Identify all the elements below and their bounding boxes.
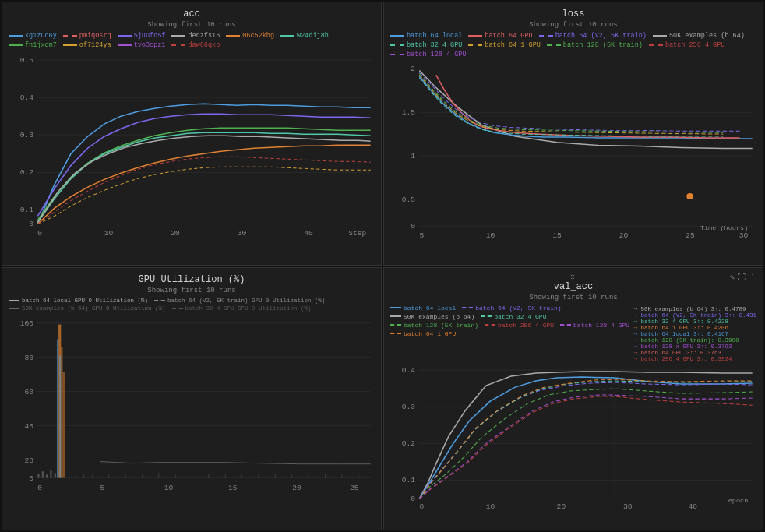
svg-rect-65: [83, 474, 84, 477]
svg-text:10: 10: [486, 502, 495, 510]
loss-legend-0: batch 64 local: [390, 32, 462, 40]
panel-icons: ✎ ⛶ ⋮: [730, 273, 756, 282]
svg-text:0.4: 0.4: [20, 93, 34, 102]
svg-text:100: 100: [20, 319, 34, 327]
svg-rect-69: [142, 475, 143, 477]
legend-item-9: daw66qkp: [171, 41, 220, 49]
svg-point-35: [686, 193, 693, 199]
svg-text:2: 2: [411, 65, 415, 73]
gpu-subtitle: Showing first 10 runs: [9, 287, 375, 294]
svg-text:10: 10: [164, 484, 174, 492]
svg-text:5: 5: [419, 231, 424, 239]
loss-legend-8: batch 128 4 GPU: [390, 51, 467, 58]
loss-legend-5: batch 64 1 GPU: [468, 41, 540, 49]
fullscreen-icon[interactable]: ⛶: [738, 273, 746, 282]
svg-text:0.3: 0.3: [20, 131, 33, 139]
svg-text:15: 15: [552, 231, 562, 239]
gpu-legend-2: 50K examples (b 64) GPU 0 Utilization (%…: [9, 305, 166, 312]
svg-text:10: 10: [486, 231, 495, 239]
val-legend-1: batch 64 (V2, 5K train): [462, 305, 561, 312]
acc-title: acc: [9, 9, 375, 19]
val-acc-subtitle: Showing first 10 runs: [390, 294, 756, 301]
legend-item-7: of7124ya: [63, 41, 111, 49]
more-icon[interactable]: ⋮: [749, 273, 756, 282]
svg-text:20: 20: [25, 456, 34, 464]
svg-text:Time (hours): Time (hours): [700, 224, 748, 231]
gpu-legend-3: batch 32 4 GPU GPU 0 Utilization (%): [172, 305, 312, 312]
loss-legend-4: batch 32 4 GPU: [390, 41, 462, 49]
svg-text:0.1: 0.1: [402, 476, 416, 484]
svg-text:0.5: 0.5: [402, 196, 415, 203]
svg-rect-56: [62, 372, 65, 477]
svg-text:30: 30: [623, 502, 633, 510]
gpu-chart: 100 80 60 40 20 0 0 5 10 15 20 25: [9, 315, 375, 495]
svg-text:0.1: 0.1: [20, 206, 34, 215]
pencil-icon[interactable]: ✎: [730, 273, 735, 282]
svg-rect-78: [291, 474, 292, 477]
svg-text:15: 15: [228, 484, 238, 492]
svg-text:1.5: 1.5: [402, 109, 415, 117]
svg-rect-81: [341, 474, 342, 477]
dashboard-grid: acc Showing first 10 runs kg1zuc6y pmiq0…: [0, 0, 765, 532]
svg-text:0: 0: [29, 474, 33, 482]
legend-item-1: pmiq0srq: [63, 32, 111, 40]
svg-rect-73: [208, 474, 209, 477]
val-acc-legend: batch 64 local batch 64 (V2, 5K train) 5…: [390, 305, 630, 337]
legend-item-4: 06c52kbg: [226, 32, 274, 40]
svg-text:0.4: 0.4: [402, 366, 416, 375]
val-acc-panel: ✎ ⛶ ⋮ ⠿ val_acc Showing first 10 runs ba…: [383, 267, 763, 531]
legend-item-5: w24dij8h: [280, 32, 329, 40]
svg-text:0.3: 0.3: [402, 403, 415, 411]
acc-subtitle: Showing first 10 runs: [9, 21, 375, 29]
svg-text:40: 40: [688, 502, 697, 510]
svg-text:20: 20: [557, 502, 566, 510]
svg-rect-57: [57, 339, 58, 477]
svg-text:epoch: epoch: [728, 497, 749, 504]
svg-text:0.2: 0.2: [20, 169, 33, 178]
val-legend-7: batch 64 1 GPU: [390, 330, 456, 337]
svg-text:0: 0: [411, 495, 415, 503]
legend-item-0: kg1zuc6y: [9, 32, 57, 40]
acc-panel: acc Showing first 10 runs kg1zuc6y pmiq0…: [2, 2, 382, 266]
svg-rect-58: [59, 355, 61, 477]
val-legend-3: batch 32 4 GPU: [481, 313, 546, 320]
svg-text:80: 80: [25, 353, 34, 361]
gpu-title: GPU Utilization (%): [9, 274, 375, 285]
svg-rect-74: [225, 474, 226, 477]
loss-legend-2: batch 64 (V2, 5K train): [539, 32, 647, 40]
svg-text:1: 1: [411, 152, 415, 160]
svg-rect-71: [175, 474, 176, 477]
val-acc-chart: 0.4 0.3 0.2 0.1 0 0 10 20 30 40 epoch: [390, 362, 756, 511]
val-legend-2: 50K examples (b 64): [390, 313, 474, 320]
svg-text:20: 20: [171, 230, 180, 238]
svg-text:25: 25: [686, 231, 695, 239]
gpu-legend-1: batch 64 (V2, 5K train) GPU 0 Utilizatio…: [154, 298, 326, 304]
svg-rect-59: [37, 474, 39, 477]
legend-item-8: tvo3cpz1: [118, 41, 166, 49]
gpu-panel: GPU Utilization (%) Showing first 10 run…: [2, 267, 382, 531]
svg-rect-63: [55, 473, 56, 477]
val-legend-5: batch 256 4 GPU: [485, 322, 554, 329]
svg-rect-75: [241, 475, 242, 477]
gpu-legend: batch 64 local GPU 0 Utilization (%) bat…: [9, 298, 375, 312]
svg-rect-80: [325, 474, 326, 477]
svg-rect-76: [258, 474, 259, 477]
acc-chart: 0.5 0.4 0.3 0.2 0.1 0 0 10 20 30 40 Step: [9, 52, 375, 240]
acc-legend: kg1zuc6y pmiq0srq 5juufd5f denzfs16 06c5…: [9, 32, 375, 49]
svg-rect-72: [192, 475, 192, 477]
svg-text:5: 5: [100, 484, 105, 492]
gpu-legend-0: batch 64 local GPU 0 Utilization (%): [9, 298, 148, 304]
loss-chart: 2 1.5 1 0.5 0 5 10 15 20 25 30 Time (hou…: [390, 62, 756, 241]
svg-rect-61: [46, 474, 48, 477]
svg-rect-67: [108, 474, 109, 477]
val-legend-6: batch 128 4 GPU: [560, 322, 629, 329]
loss-legend: batch 64 local batch 64 GPU batch 64 (V2…: [390, 32, 756, 58]
svg-text:Step: Step: [348, 230, 366, 238]
legend-item-2: 5juufd5f: [118, 32, 166, 40]
svg-rect-64: [75, 475, 76, 477]
legend-item-3: denzfs16: [171, 32, 220, 40]
svg-text:0: 0: [419, 502, 424, 510]
svg-text:25: 25: [350, 484, 359, 492]
svg-rect-68: [125, 474, 126, 477]
svg-text:0: 0: [411, 223, 415, 231]
